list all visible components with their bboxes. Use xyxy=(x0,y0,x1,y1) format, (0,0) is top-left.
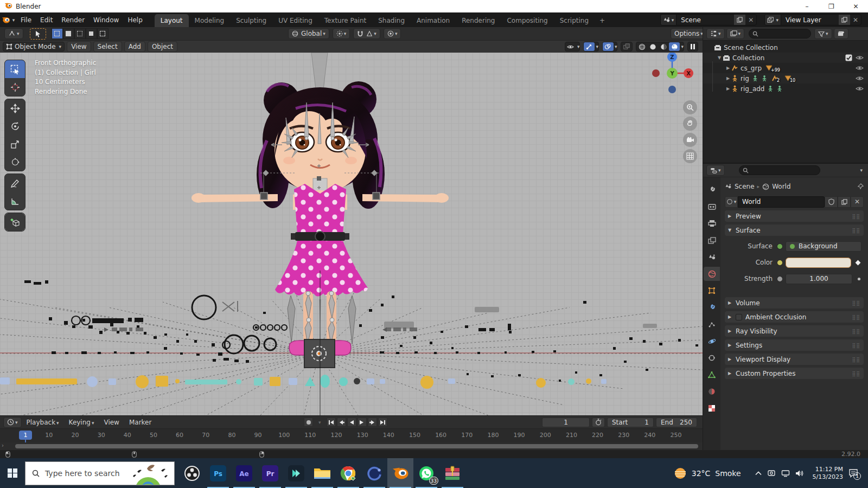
panel-checkbox[interactable] xyxy=(736,314,742,320)
workspace-tab-layout[interactable]: Layout xyxy=(155,14,189,27)
workspace-tab-uv-editing[interactable]: UV Editing xyxy=(272,14,318,27)
view-layer-remove-button[interactable]: ✕ xyxy=(850,15,861,25)
menu-window[interactable]: Window xyxy=(89,12,123,27)
outliner-row-rig_add[interactable]: ▶rig_add xyxy=(703,84,868,94)
outliner-row-cs_grp[interactable]: ▶cs_grp+99 xyxy=(703,63,868,73)
expand-caret[interactable]: ▶ xyxy=(725,76,731,81)
timeline-expand-arrow[interactable]: › xyxy=(2,442,4,448)
taskbar-app-winrar[interactable] xyxy=(439,458,465,488)
rig-picker-shape[interactable] xyxy=(586,378,591,384)
panel-header-settings[interactable]: ▶Settings⣿⣿ xyxy=(725,339,864,351)
rig-picker-shape[interactable] xyxy=(87,376,98,387)
rig-picker-shape[interactable] xyxy=(0,377,10,384)
jump-end-button[interactable] xyxy=(378,418,387,427)
view-layer-copy-button[interactable] xyxy=(839,15,850,25)
workspace-tab-texture-paint[interactable]: Texture Paint xyxy=(318,14,372,27)
start-button[interactable] xyxy=(0,458,25,488)
taskbar-app-obs[interactable] xyxy=(179,458,205,488)
breadcrumb-scene[interactable]: Scene xyxy=(735,183,755,190)
tool-rotate[interactable] xyxy=(5,117,25,135)
rig-picker-shape[interactable] xyxy=(270,377,280,386)
outliner-row-rig[interactable]: ▶rig210 xyxy=(703,73,868,84)
world-name-field[interactable]: World xyxy=(738,196,825,208)
panel-drag-handle[interactable]: ⣿⣿ xyxy=(852,228,860,233)
workspace-tab-scripting[interactable]: Scripting xyxy=(554,14,595,27)
properties-tab-particles[interactable] xyxy=(704,317,720,331)
viewport-menu-add[interactable]: Add xyxy=(124,41,145,52)
jump-start-button[interactable] xyxy=(327,418,336,427)
rig-picker-shape[interactable] xyxy=(420,376,433,389)
rig-picker-shape[interactable] xyxy=(185,380,227,384)
volume-tray-icon[interactable] xyxy=(795,470,804,477)
prev-keyframe-button[interactable] xyxy=(337,418,346,427)
network-tray-icon[interactable] xyxy=(781,470,790,477)
shading-rendered-button[interactable] xyxy=(669,42,680,51)
visibility-eye-icon[interactable] xyxy=(856,65,864,71)
properties-search-input[interactable] xyxy=(749,167,797,174)
editor-type-selector[interactable]: ▾ xyxy=(4,28,23,39)
menu-edit[interactable]: Edit xyxy=(36,12,57,27)
scene-unlink-button[interactable]: ✕ xyxy=(745,15,756,25)
auto-keying-button[interactable] xyxy=(592,418,605,427)
rig-picker-shape[interactable] xyxy=(108,378,116,385)
expand-caret[interactable]: ▶ xyxy=(725,86,731,91)
keyframe-diamond-button[interactable] xyxy=(854,259,861,266)
taskbar-app-explorer[interactable] xyxy=(309,458,335,488)
tool-move[interactable] xyxy=(5,99,25,117)
collection-checkbox[interactable] xyxy=(845,54,852,61)
tool-add-cube[interactable] xyxy=(5,213,25,231)
rig-picker-shape[interactable] xyxy=(156,376,168,387)
play-reverse-button[interactable] xyxy=(347,418,356,427)
panel-header-custom-properties[interactable]: ▶Custom Properties⣿⣿ xyxy=(725,368,864,379)
transform-orientation-dropdown[interactable]: Global▾ xyxy=(288,28,329,39)
panel-drag-handle[interactable]: ⣿⣿ xyxy=(852,329,860,334)
minimize-button[interactable]: – xyxy=(795,0,819,12)
outliner-display-mode[interactable]: ▾ xyxy=(706,28,725,39)
rig-picker-shape[interactable] xyxy=(175,379,180,383)
rig-picker-shape[interactable] xyxy=(339,377,348,386)
tool-annotate[interactable] xyxy=(5,174,25,192)
frame-start-field[interactable]: Start1 xyxy=(607,418,654,427)
rig-picker-shape[interactable] xyxy=(136,375,149,388)
panel-header-viewport-display[interactable]: ▶Viewport Display⣿⣿ xyxy=(725,354,864,365)
breadcrumb-world[interactable]: World xyxy=(772,183,790,190)
properties-tab-modifier[interactable] xyxy=(704,300,720,314)
snap-toggle-group[interactable]: ▾ xyxy=(353,28,380,39)
workspace-tab-shading[interactable]: Shading xyxy=(372,14,411,27)
pin-icon[interactable] xyxy=(857,183,864,190)
viewport-menu-select[interactable]: Select xyxy=(93,41,122,52)
panel-drag-handle[interactable]: ⣿⣿ xyxy=(852,343,860,348)
pivot-point-dropdown[interactable]: ▾ xyxy=(333,28,350,39)
viewport-menu-object[interactable]: Object xyxy=(148,41,177,52)
rig-picker-shape[interactable] xyxy=(289,378,297,385)
fake-user-button[interactable] xyxy=(825,196,838,208)
active-tool-button[interactable] xyxy=(30,28,46,40)
panel-drag-handle[interactable]: ⣿⣿ xyxy=(852,314,860,320)
properties-tab-tool[interactable] xyxy=(704,183,720,197)
viewport-3d[interactable]: Object Mode▾ ViewSelectAddObject ▾ ▾ ▾ ▾… xyxy=(0,41,703,415)
properties-tab-texture[interactable] xyxy=(704,401,720,415)
timeline-scrollbar[interactable]: › xyxy=(0,442,703,450)
mode-dropdown[interactable]: Object Mode▾ xyxy=(3,42,65,52)
menu-help[interactable]: Help xyxy=(123,12,146,27)
tool-cursor[interactable] xyxy=(5,78,25,96)
tray-chevron-icon[interactable] xyxy=(755,471,762,476)
timeline-menu-keying[interactable]: Keying▾ xyxy=(64,419,99,426)
panel-header-surface[interactable]: ▼Surface⣿⣿ xyxy=(725,224,864,236)
shading-solid-button[interactable] xyxy=(647,42,658,51)
workspace-tab-compositing[interactable]: Compositing xyxy=(501,14,553,27)
rig-picker-shape[interactable] xyxy=(236,379,241,384)
current-frame-field[interactable]: 1 xyxy=(542,418,590,427)
timeline-ruler[interactable]: 1020304050607080901001101201301401501601… xyxy=(0,429,703,442)
view-layer-browse-icon[interactable]: ▾ xyxy=(765,15,781,25)
panel-drag-handle[interactable]: ⣿⣿ xyxy=(852,300,860,306)
select-mode-extend[interactable] xyxy=(63,28,74,39)
workspace-tab-modeling[interactable]: Modeling xyxy=(189,14,231,27)
surface-type-dropdown[interactable]: Background xyxy=(786,241,861,252)
world-browse-button[interactable]: ▾ xyxy=(725,196,738,208)
rig-picker-shape[interactable] xyxy=(254,378,263,386)
unlink-datablock-button[interactable]: ✕ xyxy=(851,196,864,208)
root-bone-control[interactable] xyxy=(304,339,335,368)
strength-slider[interactable]: 1.000 xyxy=(786,274,852,284)
next-keyframe-button[interactable] xyxy=(368,418,377,427)
